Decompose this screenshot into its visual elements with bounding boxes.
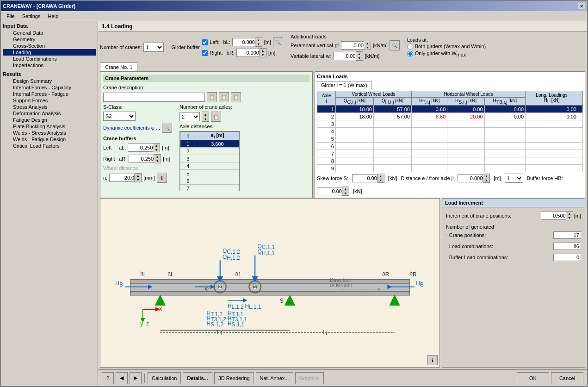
sidebar-item-loading[interactable]: Loading	[3, 49, 96, 56]
sidebar-item-load-combinations[interactable]: Load Combinations	[3, 56, 96, 62]
sidebar-item-internal-forces-fatigue[interactable]: Internal Forces - Fatigue	[3, 91, 96, 97]
help-icon-btn[interactable]: ?	[102, 372, 114, 384]
load-row-3[interactable]: 3	[317, 120, 583, 128]
load-hs-2[interactable]: 20.00	[447, 113, 484, 120]
axle-row-2[interactable]: 2	[180, 148, 239, 155]
sidebar-item-welds-stress[interactable]: Welds - Stress Analysis	[3, 130, 96, 136]
sidebar-item-welds-fatigue[interactable]: Welds - Fatigue Design	[3, 136, 96, 143]
dist-input[interactable]	[458, 174, 483, 182]
increment-up[interactable]: ▲	[566, 212, 573, 216]
w-input[interactable]	[333, 52, 356, 60]
sidebar-item-geometry[interactable]: Geometry	[3, 36, 96, 43]
load-row-9[interactable]: 9	[317, 165, 583, 172]
n-up[interactable]: ▲	[135, 174, 141, 178]
sidebar-item-cross-section[interactable]: Cross-Section	[3, 43, 96, 49]
aR-up[interactable]: ▲	[154, 155, 161, 159]
load-row-4[interactable]: 4	[317, 128, 583, 135]
crane-tab-1[interactable]: Crane No. 1	[100, 62, 137, 71]
axle-row-5[interactable]: 5	[180, 170, 239, 177]
left-checkbox[interactable]	[202, 39, 208, 45]
sclass-select[interactable]: S2S1S3	[103, 112, 136, 121]
prev-btn[interactable]: ◀	[116, 372, 128, 384]
axle-row-3[interactable]: 3	[180, 155, 239, 162]
sidebar-item-internal-forces-capacity[interactable]: Internal Forces - Capacity	[3, 84, 96, 91]
load-qh-2[interactable]: 57.00	[373, 113, 411, 120]
radio-only[interactable]	[407, 51, 413, 57]
details-button[interactable]: Details...	[183, 372, 212, 384]
g-info-btn[interactable]: 🔍	[390, 40, 400, 50]
desc-btn1[interactable]: 📋	[207, 92, 217, 102]
dist-down[interactable]: ▼	[483, 178, 489, 182]
next-btn[interactable]: ▶	[130, 372, 142, 384]
axle-val-1[interactable]: 3.600	[196, 140, 239, 148]
load-ht3-2[interactable]: 0.00	[484, 113, 526, 120]
aL-up[interactable]: ▲	[153, 144, 160, 148]
sidebar-item-plate-buckling[interactable]: Plate Buckling Analysis	[3, 123, 96, 130]
bL-input[interactable]	[232, 38, 255, 46]
skew-up[interactable]: ▲	[378, 174, 384, 178]
bR-down[interactable]: ▼	[260, 53, 266, 57]
load-row-2[interactable]: 2 18.00 57.00 8.60 20.00 0.00 0.00	[317, 113, 583, 120]
w-down[interactable]: ▼	[356, 56, 363, 60]
sidebar-item-general-data[interactable]: General Data	[3, 30, 96, 36]
crane-description-input[interactable]	[103, 93, 205, 102]
axle-j-select[interactable]: 12	[505, 174, 523, 183]
aL-input[interactable]	[128, 144, 153, 152]
bL-info-btn[interactable]: 🔍	[273, 37, 283, 47]
load-qc-1[interactable]: 18.00	[335, 106, 373, 113]
axles-info-btn[interactable]: 📋	[211, 112, 221, 122]
axle-row-1[interactable]: 1 3.600	[180, 140, 239, 148]
n-info-btn[interactable]: ℹ	[157, 173, 167, 183]
num-axles-select[interactable]: 2134	[179, 112, 200, 121]
girder-tab-1[interactable]: Girder i = 1 (W-max)	[317, 81, 371, 89]
cancel-button[interactable]: Cancel	[551, 372, 583, 384]
load-row-8[interactable]: 8	[317, 157, 583, 165]
load-hl-1[interactable]: 0.00	[526, 106, 578, 113]
bL-down[interactable]: ▼	[255, 42, 262, 46]
load-row-7[interactable]: 7	[317, 150, 583, 157]
buffer-input[interactable]	[317, 187, 342, 195]
annex-button[interactable]: Nat. Annex...	[256, 372, 293, 384]
load-hs-1[interactable]: 0.00	[447, 106, 484, 113]
axle-row-4[interactable]: 4	[180, 162, 239, 170]
aL-down[interactable]: ▼	[153, 148, 160, 152]
sidebar-item-critical-load[interactable]: Critical Load Factors	[3, 143, 96, 149]
sidebar-item-imperfections[interactable]: Imperfections	[3, 62, 96, 69]
load-row-1[interactable]: 1 18.00 57.00 -3.60 0.00 0.00 0.00	[317, 106, 583, 113]
load-qh-1[interactable]: 57.00	[373, 106, 411, 113]
axle-row-7[interactable]: 7	[180, 185, 239, 191]
desc-btn2[interactable]: 📋	[219, 92, 229, 102]
axle-row-6[interactable]: 6	[180, 177, 239, 185]
n-input[interactable]	[109, 174, 135, 182]
dynamic-info-btn[interactable]: 🔍	[162, 123, 172, 133]
menu-help[interactable]: Help	[44, 12, 62, 20]
menu-file[interactable]: File	[3, 12, 19, 20]
load-row-5[interactable]: 5	[317, 135, 583, 143]
sidebar-item-deformation-analysis[interactable]: Deformation Analysis	[3, 110, 96, 117]
load-hl-2[interactable]: 0.00	[526, 113, 578, 120]
increment-down[interactable]: ▼	[566, 216, 573, 220]
increment-input[interactable]	[541, 212, 566, 220]
close-button[interactable]: ✕	[578, 3, 585, 9]
rendering-button[interactable]: 3D Rendering	[214, 372, 254, 384]
skew-input[interactable]	[352, 174, 378, 182]
desc-btn3[interactable]: 📋	[231, 92, 241, 102]
load-ht3-1[interactable]: 0.00	[484, 106, 526, 113]
g-up[interactable]: ▲	[364, 41, 371, 45]
num-cranes-select[interactable]: 12	[143, 43, 164, 52]
sidebar-item-stress-analysis[interactable]: Stress Analysis	[3, 104, 96, 110]
bR-input[interactable]	[236, 49, 260, 57]
load-row-6[interactable]: 6	[317, 143, 583, 150]
aR-input[interactable]	[129, 155, 154, 163]
load-ht-2[interactable]: 8.60	[411, 113, 447, 120]
right-checkbox[interactable]	[202, 50, 208, 56]
aR-down[interactable]: ▼	[154, 159, 161, 163]
skew-down[interactable]: ▼	[378, 178, 384, 182]
bR-up[interactable]: ▲	[260, 49, 266, 53]
w-up[interactable]: ▲	[356, 52, 363, 56]
sidebar-item-design-summary[interactable]: Design Summary	[3, 78, 96, 84]
axles-up[interactable]: ▲	[202, 112, 209, 117]
sidebar-item-fatigue-design[interactable]: Fatigue Design	[3, 117, 96, 123]
axles-down[interactable]: ▼	[202, 117, 209, 121]
g-input[interactable]	[341, 41, 364, 50]
